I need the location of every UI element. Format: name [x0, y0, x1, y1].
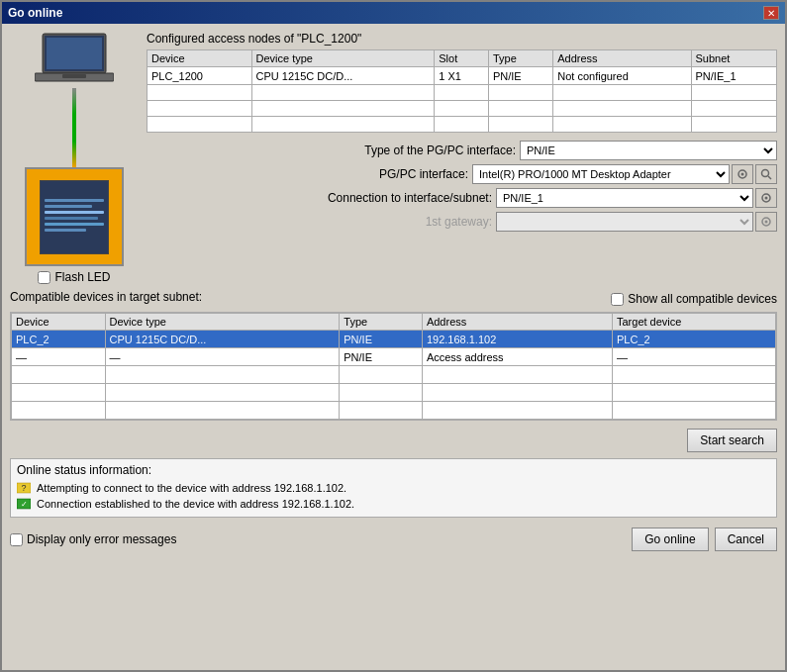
interface-section: Type of the PG/PC interface: PN/IE PG/PC… — [156, 141, 777, 232]
configured-node-cell-type: PN/IE — [488, 67, 552, 85]
plc-device-illustration — [25, 167, 124, 266]
pg-pc-interface-select[interactable]: Intel(R) PRO/1000 MT Desktop Adapter — [472, 164, 730, 184]
compatible-device-row[interactable]: ——PN/IEAccess address— — [12, 348, 776, 366]
start-search-button[interactable]: Start search — [687, 429, 777, 452]
configured-nodes-table: Device Device type Slot Type Address Sub… — [147, 49, 777, 133]
compat-cell-device_type: — — [105, 348, 340, 366]
compatible-header: Compatible devices in target subnet: Sho… — [10, 290, 777, 308]
configured-node-cell-device — [148, 85, 252, 101]
configured-node-cell-subnet — [691, 101, 776, 117]
compatible-device-row[interactable] — [12, 384, 776, 402]
compat-cell-target — [612, 384, 775, 402]
flash-led-checkbox[interactable] — [38, 271, 50, 284]
display-errors-checkbox[interactable] — [10, 533, 23, 546]
compat-cell-address: Access address — [422, 348, 612, 366]
compat-cell-type — [340, 402, 423, 420]
configured-node-cell-device — [148, 117, 252, 133]
compat-cell-device: — — [12, 348, 106, 366]
col-address: Address — [553, 50, 691, 67]
compatible-device-row[interactable]: PLC_2CPU 1215C DC/D...PN/IE192.168.1.102… — [12, 331, 776, 348]
compatible-label: Compatible devices in target subnet: — [10, 290, 202, 304]
compatible-table-wrapper: Device Device type Type Address Target d… — [10, 312, 777, 421]
gateway-row: 1st gateway: — [156, 212, 777, 232]
col-subnet: Subnet — [691, 50, 776, 67]
interface-settings-btn[interactable] — [732, 164, 753, 184]
compat-col-device-type: Device type — [105, 314, 340, 331]
configured-node-cell-address — [553, 85, 691, 101]
start-search-row: Start search — [10, 429, 777, 452]
compat-cell-target: — — [612, 348, 775, 366]
configured-node-row[interactable] — [148, 101, 777, 117]
compat-cell-target: PLC_2 — [612, 331, 775, 348]
configured-node-cell-device_type — [251, 117, 435, 133]
gateway-settings-btn[interactable] — [755, 212, 777, 232]
close-button[interactable]: ✕ — [763, 6, 779, 20]
compat-cell-type — [340, 366, 423, 384]
compat-cell-device — [12, 402, 106, 420]
connection-label: Connection to interface/subnet: — [294, 191, 492, 205]
pg-pc-interface-row: PG/PC interface: Intel(R) PRO/1000 MT De… — [156, 164, 777, 184]
compatible-device-row[interactable] — [12, 402, 776, 420]
configured-node-row[interactable] — [148, 85, 777, 101]
configured-node-cell-address — [553, 117, 691, 133]
compatible-device-row[interactable] — [12, 366, 776, 384]
svg-point-10 — [765, 197, 768, 200]
compat-cell-type — [340, 384, 423, 402]
svg-text:?: ? — [21, 483, 26, 493]
compat-cell-type: PN/IE — [340, 348, 423, 366]
configured-node-cell-device_type — [251, 101, 435, 117]
status-message-0: ?Attempting to connect to the device wit… — [17, 481, 770, 495]
main-content: Flash LED Configured access nodes of "PL… — [2, 24, 785, 670]
col-type: Type — [488, 50, 552, 67]
gateway-select[interactable] — [496, 212, 753, 232]
configured-node-cell-address — [553, 101, 691, 117]
status-messages: ?Attempting to connect to the device wit… — [17, 481, 770, 511]
compat-cell-target — [612, 402, 775, 420]
connection-select[interactable]: PN/IE_1 — [496, 188, 753, 208]
plc-lines — [45, 199, 104, 235]
cancel-button[interactable]: Cancel — [715, 528, 777, 551]
configured-node-cell-slot — [435, 117, 489, 133]
configured-node-cell-slot — [435, 101, 489, 117]
gateway-control — [496, 212, 777, 232]
connection-settings-btn[interactable] — [755, 188, 777, 208]
svg-point-12 — [765, 221, 768, 224]
col-device: Device — [148, 50, 252, 67]
configured-node-cell-type — [488, 101, 552, 117]
flash-led-row: Flash LED — [38, 270, 110, 284]
compat-cell-device_type — [105, 402, 340, 420]
pg-pc-type-row: Type of the PG/PC interface: PN/IE — [156, 141, 777, 160]
pg-pc-type-select[interactable]: PN/IE — [520, 141, 777, 160]
show-all-checkbox[interactable] — [611, 293, 624, 306]
display-errors-label: Display only error messages — [27, 532, 176, 546]
title-bar: Go online ✕ — [2, 2, 785, 24]
pg-pc-type-label: Type of the PG/PC interface: — [318, 144, 516, 157]
go-online-button[interactable]: Go online — [632, 528, 708, 551]
connection-row: Connection to interface/subnet: PN/IE_1 — [156, 188, 777, 208]
svg-point-7 — [762, 170, 769, 177]
configured-node-cell-subnet — [691, 85, 776, 101]
configured-node-row[interactable] — [148, 117, 777, 133]
configured-node-cell-slot: 1 X1 — [435, 67, 489, 85]
status-title: Online status information: — [17, 463, 770, 477]
configured-node-row[interactable]: PLC_1200CPU 1215C DC/D...1 X1PN/IENot co… — [148, 67, 777, 85]
success-icon: ✓ — [17, 497, 31, 511]
warning-icon: ? — [17, 481, 31, 495]
connection-control: PN/IE_1 — [496, 188, 777, 208]
show-all-label: Show all compatible devices — [628, 292, 777, 306]
configured-node-cell-subnet: PN/IE_1 — [691, 67, 776, 85]
compat-cell-type: PN/IE — [340, 331, 423, 348]
svg-rect-2 — [47, 38, 102, 69]
pg-pc-interface-label: PG/PC interface: — [270, 167, 468, 181]
compatible-devices-table: Device Device type Type Address Target d… — [11, 313, 776, 420]
col-device-type: Device type — [251, 50, 435, 67]
configured-node-cell-device_type — [251, 85, 435, 101]
compat-col-device: Device — [12, 314, 106, 331]
plc-inner — [40, 180, 109, 254]
device-illustration: Flash LED — [10, 32, 139, 284]
compat-cell-address — [422, 366, 612, 384]
interface-search-btn[interactable] — [755, 164, 777, 184]
show-all-row: Show all compatible devices — [611, 292, 777, 306]
col-slot: Slot — [435, 50, 489, 67]
gateway-label: 1st gateway: — [294, 215, 492, 229]
